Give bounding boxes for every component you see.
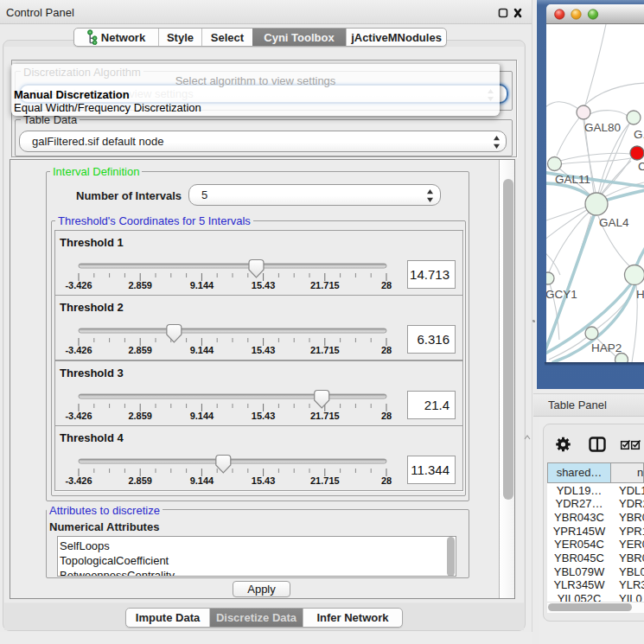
svg-text:21.715: 21.715	[310, 345, 340, 355]
svg-text:28: 28	[381, 411, 392, 421]
svg-text:HAP2: HAP2	[591, 341, 622, 354]
svg-text:9.144: 9.144	[190, 280, 214, 290]
svg-text:9.144: 9.144	[190, 475, 214, 486]
svg-text:-3.426: -3.426	[65, 345, 92, 355]
svg-text:9.144: 9.144	[190, 411, 214, 421]
svg-text:GCY1: GCY1	[546, 288, 577, 301]
svg-text:9.144: 9.144	[190, 345, 214, 355]
svg-text:G.: G.	[634, 128, 644, 141]
svg-text:21.715: 21.715	[310, 475, 340, 486]
svg-text:2.859: 2.859	[128, 475, 152, 486]
svg-text:28: 28	[381, 280, 392, 290]
svg-text:15.43: 15.43	[252, 280, 276, 290]
svg-text:28: 28	[381, 345, 392, 355]
svg-text:GAL80: GAL80	[584, 121, 621, 134]
svg-text:28: 28	[381, 475, 392, 486]
svg-text:15.43: 15.43	[252, 345, 276, 355]
svg-text:2.859: 2.859	[128, 345, 152, 355]
svg-text:21.715: 21.715	[310, 411, 340, 421]
svg-text:2.859: 2.859	[128, 411, 152, 421]
svg-text:GAL4: GAL4	[599, 216, 629, 229]
svg-text:2.859: 2.859	[128, 280, 152, 290]
svg-text:H: H	[636, 288, 644, 301]
svg-text:C: C	[638, 160, 644, 173]
svg-text:-3.426: -3.426	[65, 411, 92, 421]
svg-text:15.43: 15.43	[252, 475, 276, 486]
svg-text:15.43: 15.43	[252, 411, 276, 421]
svg-text:GAL11: GAL11	[555, 173, 590, 186]
svg-text:-3.426: -3.426	[65, 475, 92, 486]
svg-text:21.715: 21.715	[310, 280, 340, 290]
svg-text:-3.426: -3.426	[65, 280, 92, 290]
